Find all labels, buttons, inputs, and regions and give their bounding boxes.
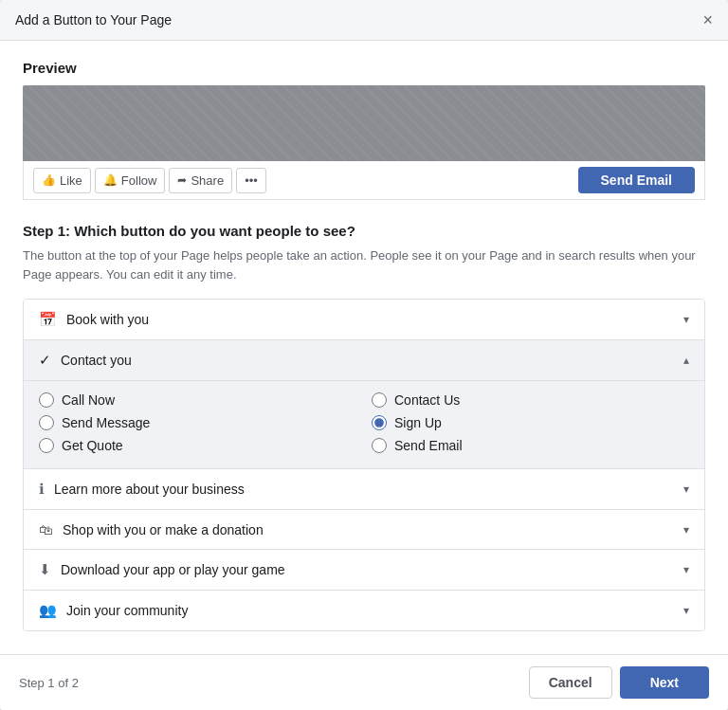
calendar-icon: 📅 [39, 311, 57, 328]
preview-cover-image [23, 85, 705, 161]
modal-header: Add a Button to Your Page × [0, 0, 728, 41]
radio-contact-us[interactable]: Contact Us [372, 392, 689, 408]
radio-input-get-quote[interactable] [39, 438, 54, 453]
radio-label-get-quote: Get Quote [62, 438, 123, 453]
radio-label-send-message: Send Message [62, 415, 150, 430]
footer-actions: Cancel Next [529, 666, 709, 699]
modal-footer: Step 1 of 2 Cancel Next [0, 654, 728, 710]
step-title: Which button do you want people to see? [70, 223, 355, 239]
accordion-header-left-contact: ✓ Contact you [39, 352, 132, 369]
close-button[interactable]: × [702, 11, 713, 28]
cta-preview-button[interactable]: Send Email [578, 167, 695, 193]
modal-title: Add a Button to Your Page [15, 12, 172, 27]
preview-actions-left: 👍 Like 🔔 Follow ➦ Share ••• [33, 168, 266, 193]
radio-send-email[interactable]: Send Email [372, 438, 689, 453]
radio-input-sign-up[interactable] [372, 415, 387, 430]
chevron-down-icon-download: ▾ [683, 563, 689, 576]
radio-label-call-now: Call Now [62, 392, 115, 408]
accordion-header-community[interactable]: 👥 Join your community ▾ [24, 591, 704, 630]
accordion-header-left-community: 👥 Join your community [39, 602, 188, 619]
chevron-up-icon-contact: ▴ [683, 354, 689, 367]
step-number: Step 1: [23, 223, 70, 239]
accordion-item-learn: ℹ Learn more about your business ▾ [24, 469, 704, 510]
share-label: Share [191, 173, 224, 188]
accordion-label-download: Download your app or play your game [61, 562, 285, 577]
radio-get-quote[interactable]: Get Quote [39, 438, 356, 453]
accordion-header-download[interactable]: ⬇ Download your app or play your game ▾ [24, 550, 704, 590]
preview-label: Preview [23, 60, 705, 76]
follow-icon: 🔔 [103, 173, 118, 187]
like-icon: 👍 [42, 173, 56, 187]
more-button[interactable]: ••• [236, 168, 266, 193]
radio-input-send-message[interactable] [39, 415, 54, 430]
radio-send-message[interactable]: Send Message [39, 415, 356, 430]
accordion-header-left-book: 📅 Book with you [39, 311, 149, 328]
check-icon-contact: ✓ [39, 352, 51, 369]
info-icon: ℹ [39, 481, 45, 498]
accordion-header-left-learn: ℹ Learn more about your business [39, 481, 245, 498]
accordion-header-book[interactable]: 📅 Book with you ▾ [24, 300, 704, 339]
accordion-header-shop[interactable]: 🛍 Shop with you or make a donation ▾ [24, 510, 704, 549]
accordion-header-left-download: ⬇ Download your app or play your game [39, 561, 285, 578]
chevron-down-icon-book: ▾ [683, 313, 689, 326]
accordion-item-book: 📅 Book with you ▾ [24, 300, 704, 340]
accordion-label-community: Join your community [66, 603, 188, 618]
accordion-item-shop: 🛍 Shop with you or make a donation ▾ [24, 510, 704, 550]
modal: Add a Button to Your Page × Preview 👍 Li… [0, 0, 728, 710]
share-icon: ➦ [177, 173, 187, 187]
radio-label-send-email: Send Email [394, 438, 463, 453]
like-button[interactable]: 👍 Like [33, 168, 91, 193]
accordion-header-left-shop: 🛍 Shop with you or make a donation [39, 521, 264, 537]
like-label: Like [60, 173, 82, 188]
modal-body: Preview 👍 Like 🔔 Follow ➦ Share [0, 41, 728, 654]
preview-action-bar: 👍 Like 🔔 Follow ➦ Share ••• Send Email [23, 161, 705, 200]
accordion-item-contact: ✓ Contact you ▴ Call Now Contact Us [24, 340, 704, 469]
accordion-label-shop: Shop with you or make a donation [63, 522, 264, 537]
next-button[interactable]: Next [620, 666, 709, 699]
accordion-item-download: ⬇ Download your app or play your game ▾ [24, 550, 704, 591]
step-description: The button at the top of your Page helps… [23, 246, 705, 283]
radio-label-sign-up: Sign Up [394, 415, 442, 430]
accordion-label-contact: Contact you [61, 353, 132, 368]
accordion-header-contact[interactable]: ✓ Contact you ▴ [24, 340, 704, 380]
radio-input-call-now[interactable] [39, 392, 54, 408]
chevron-down-icon-shop: ▾ [683, 523, 689, 537]
radio-label-contact-us: Contact Us [394, 392, 460, 408]
accordion-header-learn[interactable]: ℹ Learn more about your business ▾ [24, 469, 704, 509]
radio-call-now[interactable]: Call Now [39, 392, 356, 408]
chevron-down-icon-community: ▾ [683, 604, 689, 617]
download-icon: ⬇ [39, 561, 51, 578]
contact-options-grid: Call Now Contact Us Send Message Si [39, 392, 689, 453]
follow-button[interactable]: 🔔 Follow [95, 168, 166, 193]
chevron-down-icon-learn: ▾ [683, 482, 689, 496]
accordion-label-book: Book with you [66, 312, 149, 327]
accordion-body-contact: Call Now Contact Us Send Message Si [24, 380, 704, 468]
share-button[interactable]: ➦ Share [169, 168, 232, 193]
radio-sign-up[interactable]: Sign Up [372, 415, 689, 430]
button-type-accordion: 📅 Book with you ▾ ✓ Contact you ▴ [23, 299, 705, 631]
step-heading: Step 1: Which button do you want people … [23, 223, 705, 239]
accordion-label-learn: Learn more about your business [54, 482, 245, 497]
accordion-item-community: 👥 Join your community ▾ [24, 591, 704, 630]
radio-input-contact-us[interactable] [372, 392, 387, 408]
follow-label: Follow [121, 173, 157, 188]
shop-icon: 🛍 [39, 521, 53, 537]
radio-input-send-email[interactable] [372, 438, 387, 453]
step-indicator: Step 1 of 2 [19, 676, 79, 690]
preview-section: Preview 👍 Like 🔔 Follow ➦ Share [23, 60, 705, 200]
community-icon: 👥 [39, 602, 57, 619]
cancel-button[interactable]: Cancel [529, 666, 612, 699]
